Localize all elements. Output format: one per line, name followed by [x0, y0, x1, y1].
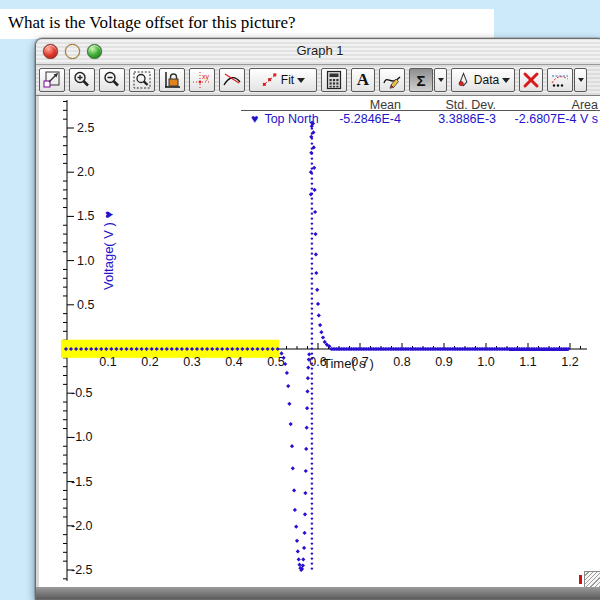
- text-tool-label: A: [357, 70, 369, 90]
- text-annotation-button[interactable]: A: [351, 68, 375, 92]
- graph-content: Mean Std. Dev. Area ♥Top North -5.2846E-…: [39, 96, 600, 587]
- graph-options-dropdown-button[interactable]: [574, 68, 587, 92]
- zoom-in-button[interactable]: [69, 68, 95, 92]
- lock-axes-button[interactable]: [159, 68, 185, 92]
- zoom-select-icon: [132, 70, 152, 90]
- svg-text:2.5: 2.5: [77, 121, 94, 135]
- svg-text:-1.0: -1.0: [71, 430, 93, 444]
- statistics-button[interactable]: Σ: [409, 68, 433, 92]
- zoom-out-button[interactable]: [99, 68, 125, 92]
- fit-dropdown-button[interactable]: Fit: [249, 68, 317, 92]
- calculator-button[interactable]: [321, 68, 347, 92]
- fit-icon: [261, 71, 278, 89]
- svg-text:-1.5: -1.5: [71, 475, 93, 489]
- svg-text:-0.5: -0.5: [71, 386, 93, 400]
- svg-text:0.5: 0.5: [77, 298, 94, 312]
- graph-options-icon: [550, 70, 570, 90]
- delete-x-icon: [522, 71, 540, 89]
- steep-transition-line: [311, 122, 313, 569]
- question-text: What is the Voltage offset for this pict…: [8, 13, 296, 33]
- svg-text:-2.0: -2.0: [71, 519, 93, 533]
- page: { "question": { "text": "What is the Vol…: [0, 0, 600, 600]
- svg-text:0.1: 0.1: [99, 355, 116, 369]
- svg-text:1.1: 1.1: [519, 355, 536, 369]
- svg-text:2.0: 2.0: [77, 165, 94, 179]
- pencil-curve-icon: [382, 70, 402, 90]
- red-marker: [579, 575, 582, 584]
- graph-options-button[interactable]: [547, 68, 573, 92]
- chevron-down-icon: [578, 78, 584, 82]
- chevron-down-icon: [297, 78, 305, 83]
- graph-window: Graph 1: [35, 38, 600, 600]
- svg-text:0.5: 0.5: [267, 355, 284, 369]
- chevron-down-icon: [502, 78, 510, 83]
- zoom-out-icon: [102, 70, 122, 90]
- examine-xy-button[interactable]: xy: [189, 68, 215, 92]
- statistics-dropdown-button[interactable]: [434, 68, 447, 92]
- autoscale-icon: [42, 70, 62, 90]
- svg-text:0.3: 0.3: [183, 355, 200, 369]
- svg-text:-2.5: -2.5: [71, 563, 93, 577]
- tangent-icon: [222, 70, 242, 90]
- toolbar: xy Fit: [36, 65, 600, 96]
- svg-text:0.4: 0.4: [225, 355, 242, 369]
- window-bottom-frame: [36, 587, 600, 599]
- zoom-select-button[interactable]: [129, 68, 155, 92]
- window-title: Graph 1: [36, 43, 600, 58]
- svg-text:0.2: 0.2: [141, 355, 158, 369]
- svg-text:0.8: 0.8: [393, 355, 410, 369]
- autoscale-button[interactable]: [39, 68, 65, 92]
- titlebar[interactable]: Graph 1: [36, 39, 600, 65]
- chevron-down-icon: [438, 78, 444, 82]
- x-axis-title: Time( s ): [323, 356, 374, 371]
- data-label: Data: [474, 73, 499, 87]
- fit-label: Fit: [281, 73, 294, 87]
- collect-data-button[interactable]: Data: [451, 68, 515, 92]
- delete-button[interactable]: [519, 68, 543, 92]
- resize-grip[interactable]: [584, 571, 600, 587]
- calculator-icon: [324, 70, 344, 90]
- examine-crosshair-icon: xy: [192, 70, 212, 90]
- plot-area[interactable]: 0.10.20.30.40.50.60.70.80.91.01.11.2-2.5…: [39, 96, 600, 587]
- y-axis-title: Voltage( V ) ♥: [101, 210, 116, 290]
- tangent-button[interactable]: [219, 68, 245, 92]
- draw-prediction-button[interactable]: [379, 68, 405, 92]
- svg-text:1.0: 1.0: [77, 254, 94, 268]
- svg-text:1.0: 1.0: [477, 355, 494, 369]
- svg-text:xy: xy: [202, 73, 210, 81]
- question-box: What is the Voltage offset for this pict…: [0, 9, 494, 39]
- svg-text:0.9: 0.9: [435, 355, 452, 369]
- axis-lock-icon: [162, 70, 182, 90]
- svg-text:1.5: 1.5: [77, 209, 94, 223]
- zoom-in-icon: [72, 70, 92, 90]
- data-collect-icon: [456, 71, 471, 89]
- svg-text:1.2: 1.2: [561, 355, 578, 369]
- sigma-label: Σ: [416, 72, 425, 89]
